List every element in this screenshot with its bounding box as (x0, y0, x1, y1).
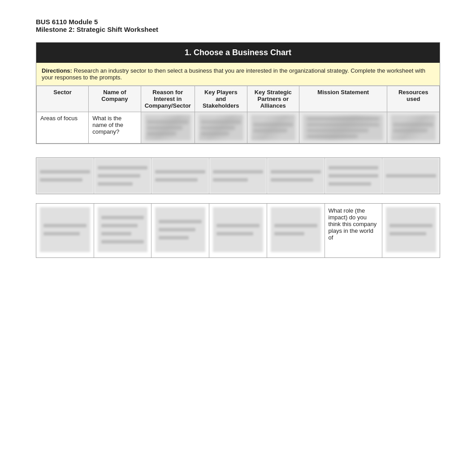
table-row-1: Areas of focus What is the name of the c… (37, 112, 440, 144)
title-line1: BUS 6110 Module 5 (36, 18, 440, 26)
header-mission: Mission Statement (299, 86, 387, 112)
cell-name: What is the name of the company? (89, 112, 141, 144)
third-cell-2 (94, 204, 152, 257)
second-cell-4 (209, 158, 267, 194)
second-cell-6 (325, 158, 383, 194)
document-title: BUS 6110 Module 5 Milestone 2: Strategic… (36, 18, 440, 33)
directions-bold-label: Directions: (42, 67, 72, 74)
cell-key (247, 112, 299, 144)
cell-players (195, 112, 247, 144)
third-cell-1 (36, 204, 94, 257)
second-section (36, 157, 440, 194)
third-cell-mission: What role (the impact) do you think this… (325, 204, 383, 257)
second-cell-1 (36, 158, 94, 194)
header-players: Key Players and Stakeholders (195, 86, 247, 112)
third-cell-7 (382, 204, 440, 257)
directions-text: Research an industry sector to then sele… (42, 67, 425, 81)
cell-sector: Areas of focus (37, 112, 89, 144)
chart-section: 1. Choose a Business Chart Directions: R… (36, 42, 440, 144)
header-key: Key Strategic Partners or Alliances (247, 86, 299, 112)
mission-impact-text: What role (the impact) do you think this… (329, 207, 377, 241)
directions-row: Directions: Research an industry sector … (36, 63, 440, 86)
second-cell-3 (151, 158, 209, 194)
third-cell-3 (151, 204, 209, 257)
second-cell-7 (382, 158, 440, 194)
cell-reason (141, 112, 195, 144)
chart-header: 1. Choose a Business Chart (36, 43, 440, 63)
header-sector: Sector (37, 86, 89, 112)
second-cell-5 (267, 158, 325, 194)
main-table: Sector Name of Company Reason for Intere… (36, 86, 440, 144)
third-section: What role (the impact) do you think this… (36, 203, 440, 258)
third-cell-4 (209, 204, 267, 257)
third-cell-5 (267, 204, 325, 257)
header-name: Name of Company (89, 86, 141, 112)
title-line2: Milestone 2: Strategic Shift Worksheet (36, 26, 440, 33)
header-resources: Resources used (387, 86, 440, 112)
cell-mission (299, 112, 387, 144)
cell-resources (387, 112, 440, 144)
header-reason: Reason for Interest in Company/Sector (141, 86, 195, 112)
second-cell-2 (94, 158, 152, 194)
